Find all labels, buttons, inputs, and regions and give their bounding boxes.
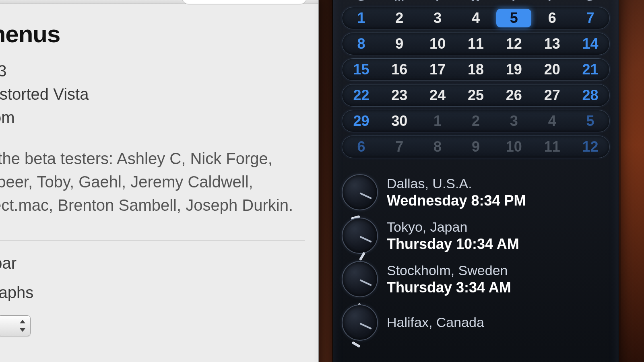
calendar-day[interactable]: 11 [457, 33, 495, 55]
calendar-week-row: 293012345 [342, 110, 610, 132]
calendar-dow: S [343, 0, 381, 4]
clock-dial-icon [342, 261, 378, 297]
clock-info: Halifax, Canada [387, 315, 484, 331]
calendar-day[interactable]: 14 [571, 33, 609, 55]
calendar-day[interactable]: 4 [457, 7, 495, 29]
clock-info: Tokyo, JapanThursday 10:34 AM [387, 219, 519, 253]
clock-dial-icon [342, 218, 378, 254]
calendar-day[interactable]: 27 [533, 84, 571, 106]
calendar-day[interactable]: 8 [419, 136, 457, 158]
clock-city: Dallas, U.S.A. [387, 176, 526, 191]
calendar-day[interactable]: 8 [342, 33, 380, 55]
calendar-week-row: 1234567 [342, 7, 610, 29]
calendar-day[interactable]: 25 [457, 84, 495, 106]
clock-city: Tokyo, Japan [387, 219, 519, 235]
calendar-week-row: 15161718192021 [342, 58, 610, 81]
clock-time: Wednesday 8:34 PM [387, 192, 526, 209]
calendar-day[interactable]: 2 [380, 7, 419, 29]
calendar-day[interactable]: 26 [495, 84, 533, 106]
window-titlebar[interactable] [0, 0, 318, 4]
calendar-day[interactable]: 29 [342, 110, 380, 132]
calendar-dow: T [495, 0, 533, 4]
calendar-week-row: 6789101112 [342, 136, 610, 158]
calendar-day[interactable]: 20 [533, 59, 571, 80]
calendar-day[interactable]: 1 [419, 110, 457, 132]
clock-row[interactable]: Halifax, Canada [342, 304, 610, 341]
app-title: menus [0, 20, 305, 48]
widget-panel: SMTWTFS 12345678910111213141516171819202… [332, 0, 619, 362]
clock-city: Stockholm, Sweden [387, 263, 511, 278]
calendar-day[interactable]: 12 [571, 136, 609, 158]
search-field[interactable] [182, 0, 307, 4]
calendar-day-today[interactable]: 5 [496, 9, 531, 27]
calendar-widget[interactable]: SMTWTFS 12345678910111213141516171819202… [333, 0, 619, 161]
calendar-day[interactable]: 4 [533, 110, 571, 132]
calendar-week-row: 891011121314 [342, 33, 610, 55]
calendar-day[interactable]: 6 [533, 7, 571, 29]
calendar-dow: M [381, 0, 419, 4]
option-row: e [0, 313, 305, 340]
calendar-day[interactable]: 2 [457, 110, 495, 132]
calendar-day[interactable]: 17 [419, 59, 457, 80]
credits-line: labeer, Toby, Gaehl, Jeremy Caldwell, [0, 170, 305, 193]
calendar-day[interactable]: 13 [533, 33, 571, 55]
calendar-day[interactable]: 1 [342, 7, 380, 29]
calendar-day[interactable]: 6 [342, 136, 380, 158]
option-graphs[interactable]: graphs [0, 284, 305, 302]
calendar-day[interactable]: 21 [571, 59, 609, 80]
calendar-day[interactable]: 23 [380, 84, 419, 106]
calendar-day[interactable]: 28 [571, 84, 609, 106]
calendar-dow: F [533, 0, 571, 4]
wallpaper-streak [621, 0, 644, 362]
desktop: menus 1.3 Distorted Vista com o the beta… [0, 0, 644, 362]
clock-info: Stockholm, SwedenThursday 3:34 AM [387, 263, 511, 296]
clock-city: Halifax, Canada [387, 315, 484, 330]
calendar-day[interactable]: 9 [380, 33, 419, 55]
stepper-arrows-icon [18, 318, 27, 333]
calendar-dow: W [457, 0, 495, 4]
credits-line: o the beta testers: Ashley C, Nick Forge… [0, 147, 305, 170]
clock-dial-icon [342, 174, 378, 210]
app-author: Distorted Vista [0, 82, 305, 106]
option-menubar[interactable]: ubar [0, 254, 305, 272]
clock-info: Dallas, U.S.A.Wednesday 8:34 PM [387, 176, 526, 209]
app-site: com [0, 106, 305, 129]
calendar-day[interactable]: 10 [419, 33, 457, 55]
calendar-weeks: 1234567891011121314151617181920212223242… [342, 7, 610, 158]
calendar-day[interactable]: 9 [457, 136, 495, 158]
calendar-week-row: 22232425262728 [342, 84, 610, 107]
calendar-day[interactable]: 16 [380, 59, 419, 80]
calendar-dow-row: SMTWTFS [343, 0, 609, 4]
calendar-day[interactable]: 12 [495, 33, 533, 55]
clock-row[interactable]: Tokyo, JapanThursday 10:34 AM [342, 218, 610, 254]
clock-dial-icon [342, 304, 378, 341]
calendar-day[interactable]: 30 [380, 110, 419, 132]
clock-row[interactable]: Stockholm, SwedenThursday 3:34 AM [342, 261, 610, 297]
calendar-day[interactable]: 10 [495, 136, 533, 158]
calendar-day[interactable]: 3 [495, 110, 533, 132]
window-body: menus 1.3 Distorted Vista com o the beta… [0, 4, 318, 340]
credits-line: itect.mac, Brenton Sambell, Joseph Durki… [0, 193, 305, 217]
calendar-day[interactable]: 3 [419, 7, 457, 29]
clock-row[interactable]: Dallas, U.S.A.Wednesday 8:34 PM [342, 174, 610, 210]
calendar-day[interactable]: 18 [457, 59, 495, 80]
calendar-day[interactable]: 24 [419, 84, 457, 106]
calendar-day[interactable]: 7 [380, 136, 419, 158]
app-version: 1.3 [0, 59, 305, 82]
clock-time: Thursday 10:34 AM [387, 236, 519, 253]
calendar-day[interactable]: 7 [571, 7, 609, 29]
calendar-day[interactable]: 22 [342, 84, 380, 106]
calendar-day[interactable]: 11 [533, 136, 571, 158]
dropdown[interactable] [0, 315, 31, 336]
world-clocks: Dallas, U.S.A.Wednesday 8:34 PMTokyo, Ja… [333, 174, 619, 341]
calendar-dow: T [419, 0, 457, 4]
clock-time: Thursday 3:34 AM [387, 279, 511, 296]
calendar-day[interactable]: 5 [571, 110, 609, 132]
about-window: menus 1.3 Distorted Vista com o the beta… [0, 0, 319, 362]
calendar-dow: S [571, 0, 609, 4]
calendar-day[interactable]: 19 [495, 59, 533, 80]
calendar-day[interactable]: 15 [342, 59, 380, 80]
divider [0, 240, 305, 241]
credits-block: o the beta testers: Ashley C, Nick Forge… [0, 147, 305, 217]
